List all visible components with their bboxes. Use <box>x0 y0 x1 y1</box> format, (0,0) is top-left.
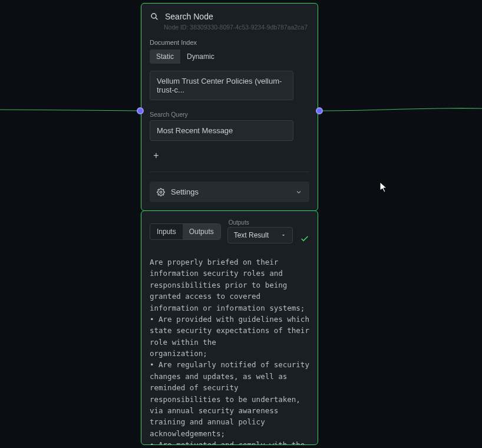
outputs-label: Outputs <box>229 219 293 226</box>
settings-label: Settings <box>171 187 199 196</box>
document-index-select[interactable]: Vellum Trust Center Policies (vellum-tru… <box>150 71 293 100</box>
add-input-button[interactable]: + <box>150 149 163 162</box>
search-icon <box>150 12 159 21</box>
search-query-input[interactable]: Most Recent Message <box>150 120 293 141</box>
tab-outputs[interactable]: Outputs <box>183 224 220 239</box>
node-id: Node ID: 38309330-8097-4c53-9234-9db787a… <box>164 24 309 31</box>
gear-icon <box>157 188 165 196</box>
search-query-label: Search Query <box>150 111 309 118</box>
node-title: Search Node <box>165 12 213 21</box>
svg-line-1 <box>156 18 157 19</box>
io-tabs: Inputs Outputs <box>150 223 221 240</box>
divider <box>150 172 309 172</box>
output-select[interactable]: Text Result <box>227 227 293 243</box>
output-port[interactable] <box>316 107 323 114</box>
search-node-panel: Search Node Node ID: 38309330-8097-4c53-… <box>141 3 318 211</box>
edge-left <box>0 100 141 124</box>
tab-inputs[interactable]: Inputs <box>150 224 183 239</box>
settings-toggle[interactable]: Settings <box>150 182 309 202</box>
node-title-row: Search Node <box>150 12 309 21</box>
document-index-label: Document Index <box>150 39 309 46</box>
output-select-value: Text Result <box>234 231 269 239</box>
tab-static[interactable]: Static <box>150 50 180 64</box>
check-icon <box>300 234 309 243</box>
output-text: Are properly briefed on their informatio… <box>150 256 309 445</box>
plus-icon: + <box>153 150 159 161</box>
svg-point-2 <box>160 191 162 193</box>
edge-right <box>318 100 482 124</box>
workflow-canvas[interactable]: Search Node Node ID: 38309330-8097-4c53-… <box>0 0 482 448</box>
index-mode-tabs: Static Dynamic <box>150 50 221 64</box>
input-port[interactable] <box>137 107 144 114</box>
caret-down-icon <box>280 232 286 238</box>
chevron-down-icon <box>295 189 302 196</box>
svg-point-0 <box>151 14 156 18</box>
tab-dynamic[interactable]: Dynamic <box>180 50 221 64</box>
results-panel: Inputs Outputs Outputs Text Result <box>141 210 318 445</box>
mouse-cursor <box>379 182 389 196</box>
